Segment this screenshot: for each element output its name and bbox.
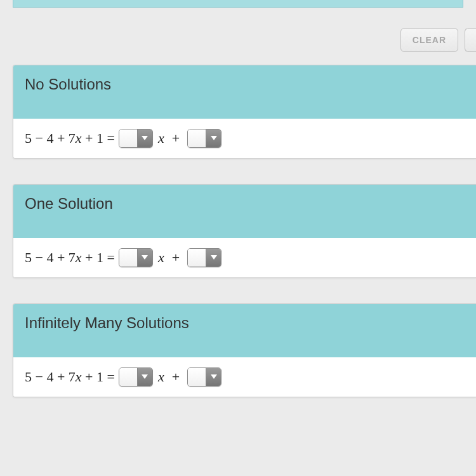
svg-marker-1: [211, 136, 217, 140]
dropdown-value: [188, 129, 206, 147]
section-infinitely-many: Infinitely Many Solutions 5 − 4 + 7x + 1…: [13, 303, 476, 397]
coefficient-dropdown[interactable]: [119, 248, 153, 267]
dropdown-value: [119, 129, 137, 147]
chevron-down-icon: [206, 249, 221, 267]
svg-marker-0: [142, 136, 148, 140]
dropdown-value: [119, 249, 137, 267]
dropdown-value: [119, 368, 137, 386]
svg-marker-2: [142, 255, 148, 260]
button-row: CLEAR: [0, 8, 476, 65]
section-header: Infinitely Many Solutions: [13, 304, 476, 357]
dropdown-value: [188, 249, 206, 267]
section-body: 5 − 4 + 7x + 1 = x +: [13, 238, 476, 277]
dropdown-value: [188, 368, 206, 386]
variable-x: x: [158, 369, 164, 385]
variable-x: x: [158, 130, 164, 147]
coefficient-dropdown[interactable]: [119, 129, 153, 148]
coefficient-dropdown[interactable]: [119, 367, 153, 387]
section-body: 5 − 4 + 7x + 1 = x +: [13, 119, 476, 158]
partial-button[interactable]: [465, 28, 476, 52]
top-accent-bar: [13, 0, 463, 8]
svg-marker-3: [211, 255, 217, 260]
equation-left: 5 − 4 + 7x + 1 =: [25, 249, 115, 266]
plus-sign: +: [172, 369, 180, 385]
chevron-down-icon: [206, 129, 221, 147]
equation-left: 5 − 4 + 7x + 1 =: [25, 369, 115, 385]
section-body: 5 − 4 + 7x + 1 = x +: [13, 357, 476, 397]
chevron-down-icon: [137, 129, 152, 147]
chevron-down-icon: [206, 368, 221, 386]
constant-dropdown[interactable]: [187, 367, 221, 387]
section-header: No Solutions: [13, 65, 476, 119]
chevron-down-icon: [137, 368, 152, 386]
equation-left: 5 − 4 + 7x + 1 =: [25, 130, 115, 147]
constant-dropdown[interactable]: [187, 129, 221, 148]
plus-sign: +: [172, 249, 180, 266]
variable-x: x: [158, 249, 164, 266]
svg-marker-4: [142, 374, 148, 379]
section-one-solution: One Solution 5 − 4 + 7x + 1 = x +: [13, 184, 476, 278]
section-no-solutions: No Solutions 5 − 4 + 7x + 1 = x +: [13, 65, 476, 159]
clear-button[interactable]: CLEAR: [400, 28, 458, 52]
plus-sign: +: [172, 130, 180, 147]
constant-dropdown[interactable]: [187, 248, 221, 267]
section-header: One Solution: [13, 185, 476, 238]
svg-marker-5: [211, 374, 217, 379]
chevron-down-icon: [137, 249, 152, 267]
